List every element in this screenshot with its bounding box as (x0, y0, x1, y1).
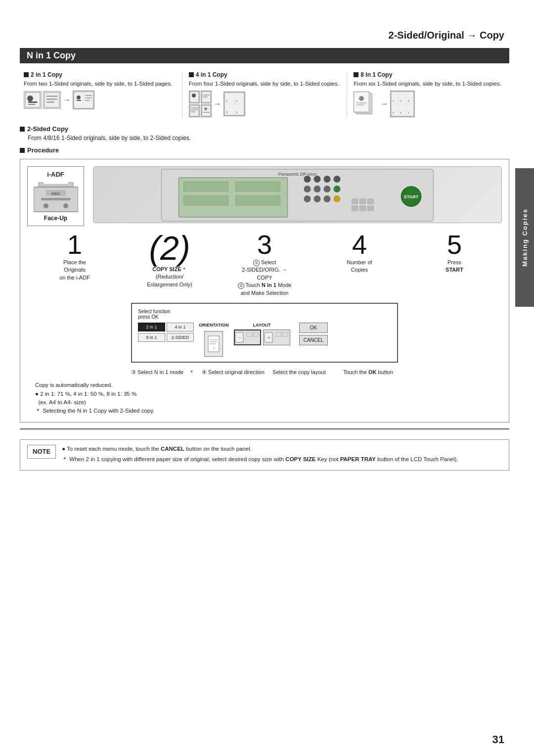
lcd-action-buttons: OK CANCEL (299, 323, 328, 345)
sided-copy-section: 2-Sided Copy From 4/8/16 1-Sided origina… (20, 125, 509, 142)
lcd-content-row: 2 in 1 4 in 1 8 in 1 2-SIDED ORIENTATION (138, 323, 391, 357)
svg-rect-20 (190, 105, 199, 116)
lcd-ann-ok: Touch the OK button (343, 369, 398, 376)
copy-type-2in1: 2 in 1 Copy From two 1-Sided originals, … (20, 71, 179, 117)
svg-rect-85 (210, 343, 216, 344)
step-num-5: 5 (447, 231, 462, 258)
svg-point-69 (334, 186, 341, 192)
4in1-thumbnail: → 1 2 3 4 (189, 91, 341, 117)
copy-type-8in1: 8 in 1 Copy From six 1-Sided originals, … (350, 71, 509, 117)
2in1-title: 2 in 1 Copy (31, 71, 62, 78)
svg-point-73 (334, 195, 341, 202)
svg-text:7: 7 (408, 111, 409, 114)
svg-rect-35 (356, 102, 366, 103)
svg-text:START: START (404, 194, 419, 199)
svg-rect-3 (28, 104, 35, 105)
iadf-label: i-ADF (32, 171, 80, 178)
lcd-layout-section: LAYOUT → (234, 323, 290, 345)
svg-point-65 (334, 176, 341, 183)
note-line-3: (ex. A4 to A4- size) (35, 398, 502, 407)
svg-point-72 (324, 195, 331, 202)
svg-point-70 (304, 195, 311, 202)
svg-rect-12 (85, 95, 92, 96)
step-1-desc: Place theOriginalson the i-ADF (57, 259, 92, 282)
svg-point-68 (324, 186, 331, 192)
lcd-ann-3: ③ Select N in 1 mode ＊ (131, 369, 197, 376)
svg-rect-36 (356, 104, 364, 105)
svg-point-16 (192, 94, 196, 97)
svg-point-63 (314, 176, 321, 183)
lcd-layout-opt1[interactable]: → (234, 330, 261, 345)
lcd-layout-opt2[interactable]: ⇒ (263, 330, 290, 345)
svg-rect-60 (184, 195, 228, 205)
procedure-box: i-ADF KBC (20, 159, 509, 423)
svg-point-67 (314, 186, 321, 192)
svg-point-1 (27, 95, 33, 101)
note-label: NOTE (27, 445, 56, 459)
svg-point-10 (77, 95, 81, 99)
svg-text:1: 1 (393, 99, 394, 102)
note-line-2: ● 2 in 1: 71 %, 4 in 1: 50 %, 8 in 1: 35… (35, 390, 502, 398)
iadf-graphic: KBC (34, 182, 78, 212)
svg-text:Panasonic DP-xxxx: Panasonic DP-xxxx (278, 172, 317, 177)
note-line-1: Copy is automatically reduced. (35, 381, 502, 389)
8in1-thumbnail: → 1 2 3 5 6 7 (354, 91, 505, 117)
2in1-desc: From two 1-Sided originals, side by side… (24, 80, 176, 88)
lcd-layout-label: LAYOUT (234, 323, 290, 328)
lcd-ann-layout: Select the copy layout (272, 369, 338, 376)
svg-point-54 (63, 203, 68, 208)
step-num-3: 3 (257, 231, 272, 258)
sided-copy-title: 2-Sided Copy (27, 125, 68, 133)
horizontal-rule (20, 428, 509, 429)
svg-rect-5 (46, 95, 57, 97)
step-numbers-row: 1 Place theOriginalson the i-ADF (2) COP… (27, 231, 502, 297)
lcd-menu-title: Select functionpress OK (138, 309, 391, 320)
page-number: 31 (492, 733, 504, 746)
note-content: ● To reset each menu mode, touch the CAN… (62, 445, 502, 465)
svg-text:6: 6 (400, 111, 401, 114)
sidebar-tab: Making Copies (515, 168, 534, 307)
lcd-ok-btn[interactable]: OK (299, 323, 328, 333)
svg-point-66 (304, 186, 311, 192)
svg-point-53 (44, 203, 48, 208)
2in1-thumbnail: → (24, 91, 176, 109)
svg-rect-13 (85, 97, 92, 98)
svg-rect-84 (210, 341, 218, 342)
note-area: Copy is automatically reduced. ● 2 in 1:… (35, 381, 502, 415)
svg-rect-83 (210, 339, 218, 340)
copier-diagram: Panasonic DP-xxxx (93, 166, 502, 223)
svg-rect-93 (276, 332, 281, 336)
svg-text:→: → (237, 335, 241, 340)
svg-rect-2 (28, 101, 37, 103)
step-num-4: 4 (352, 231, 367, 258)
lcd-2sided-btn[interactable]: 2-SIDED (167, 333, 194, 342)
copy-types-section: 2 in 1 Copy From two 1-Sided originals, … (20, 71, 509, 117)
8in1-title: 8 in 1 Copy (360, 71, 392, 78)
svg-rect-76 (352, 199, 358, 204)
bullet-icon-proc (20, 148, 25, 153)
section-title: N in 1 Copy (20, 48, 509, 63)
note-content-line2: ＊ When 2 in 1 copying with different pap… (62, 455, 502, 464)
step-5: 5 PressSTART (407, 231, 502, 274)
lcd-4in1-btn[interactable]: 4 in 1 (167, 323, 194, 331)
lcd-8in1-btn[interactable]: 8 in 1 (138, 333, 165, 342)
step-4-desc: Number ofCopies (345, 259, 374, 274)
lcd-annotations: ③ Select N in 1 mode ＊ ④ Select original… (131, 369, 398, 376)
note-line-4: ＊ Selecting the N in 1 Copy with 2-Sided… (35, 407, 502, 415)
lcd-orient-icon: ↕ (204, 331, 223, 357)
bullet-icon-sided (20, 127, 25, 132)
svg-rect-11 (77, 100, 81, 101)
bullet-icon-4 (189, 72, 194, 77)
svg-rect-7 (46, 101, 54, 103)
step-num-1: 1 (67, 231, 82, 258)
lcd-mode-section: 2 in 1 4 in 1 8 in 1 2-SIDED (138, 323, 194, 342)
lcd-cancel-btn[interactable]: CANCEL (299, 335, 328, 345)
svg-rect-21 (191, 107, 198, 108)
svg-text:2: 2 (400, 99, 401, 102)
step-5-desc: PressSTART (444, 259, 465, 274)
lcd-2in1-btn[interactable]: 2 in 1 (138, 323, 165, 331)
svg-rect-80 (360, 206, 366, 211)
svg-rect-89 (247, 332, 252, 336)
iadf-diagram: i-ADF KBC (27, 166, 84, 226)
procedure-title: Procedure (27, 146, 59, 154)
